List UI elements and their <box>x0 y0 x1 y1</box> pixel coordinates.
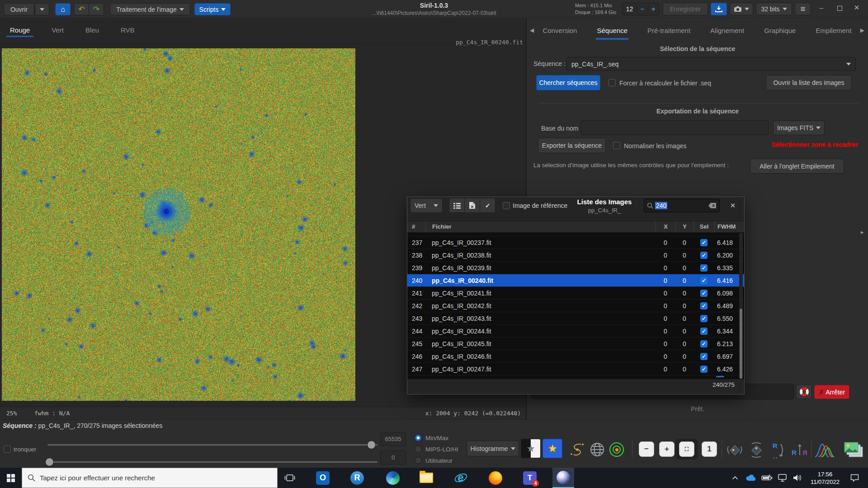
low-slider-track[interactable] <box>47 461 377 463</box>
color-stretch-toggle[interactable]: ★ <box>542 439 562 458</box>
display-mode-option[interactable]: MIPS-LO/HI <box>415 446 458 453</box>
tray-battery[interactable] <box>760 468 775 488</box>
row-selected-cell[interactable]: ✓ <box>693 315 714 322</box>
dialog-close-button[interactable]: ✕ <box>726 200 739 211</box>
row-selected-cell[interactable]: ✓ <box>693 353 714 360</box>
select-image-button[interactable]: ✓ <box>480 198 495 213</box>
reference-image-checkbox[interactable] <box>503 202 510 209</box>
table-row[interactable]: 247pp_C4s_IR_00247.fit00✓6.426 <box>407 363 744 375</box>
row-selected-checkbox[interactable]: ✓ <box>700 277 708 284</box>
scripts-button[interactable]: Scripts <box>194 3 231 15</box>
tray-volume[interactable] <box>790 468 805 488</box>
row-selected-checkbox[interactable]: ✓ <box>700 328 708 335</box>
row-selected-checkbox[interactable]: ✓ <box>700 353 708 360</box>
home-button[interactable]: ⌂ <box>55 3 71 15</box>
channel-tab-rvb[interactable]: RVB <box>121 26 135 34</box>
row-selected-cell[interactable]: ✓ <box>693 277 714 284</box>
exclude-image-button[interactable] <box>464 198 480 213</box>
table-scrollbar[interactable] <box>739 233 743 379</box>
histogram-transform-button[interactable] <box>814 441 835 459</box>
column-header-y[interactable]: Y <box>675 221 693 233</box>
table-row[interactable]: 244pp_C4s_IR_00244.fit00✓6.344 <box>407 325 744 338</box>
mirror-horizontal-button[interactable] <box>725 441 744 459</box>
mirror-vertical-button[interactable] <box>747 441 766 459</box>
zoom-out-button[interactable]: − <box>639 441 654 457</box>
panel-tab-conversion[interactable]: Conversion <box>542 21 578 40</box>
taskbar-app-siril-active[interactable] <box>552 468 574 488</box>
tray-chevron-button[interactable] <box>729 468 741 488</box>
row-selected-checkbox[interactable]: ✓ <box>700 290 708 297</box>
display-mode-option[interactable]: Min/Max <box>415 434 458 441</box>
row-selected-cell[interactable]: ✓ <box>693 290 714 297</box>
threads-spinner[interactable]: 12 − + <box>622 3 659 15</box>
radio-icon[interactable] <box>415 457 422 464</box>
close-window-button[interactable]: ✕ <box>850 4 863 14</box>
start-button[interactable] <box>0 468 22 488</box>
channel-tab-rouge[interactable]: Rouge <box>10 26 30 34</box>
export-sequence-button[interactable]: Exporter la séquence <box>538 138 606 153</box>
sort-list-button[interactable] <box>449 198 465 213</box>
photometry-button[interactable] <box>609 441 625 458</box>
task-view-button[interactable] <box>279 468 300 488</box>
table-row[interactable]: 242pp_C4s_IR_00242.fit00✓6.489 <box>407 300 744 312</box>
help-button[interactable] <box>796 385 812 399</box>
image-search-input[interactable]: 240 <box>644 199 720 212</box>
undo-button[interactable]: ↶ <box>74 3 89 15</box>
backspace-clear-icon[interactable] <box>708 202 717 209</box>
panel-tab-pr-traitement[interactable]: Pré-traitement <box>646 21 691 40</box>
open-image-list-button[interactable]: Ouvrir la liste des images <box>766 75 852 90</box>
snapshot-button[interactable] <box>730 3 753 15</box>
table-row[interactable]: 245pp_C4s_IR_00245.fit00✓6.213 <box>407 338 744 350</box>
row-selected-checkbox[interactable]: ✓ <box>700 366 708 373</box>
stop-button[interactable]: ✗Arrêter <box>814 385 849 399</box>
taskbar-app-explorer[interactable] <box>415 468 437 488</box>
goto-stacking-tab-button[interactable]: Aller à l'onglet Empilement <box>750 159 844 174</box>
open-dropdown-button[interactable] <box>35 3 49 15</box>
column-header-sel[interactable]: Sel <box>693 221 714 233</box>
taskbar-app-firefox[interactable] <box>485 468 506 488</box>
row-selected-cell[interactable]: ✓ <box>693 366 714 373</box>
search-sequences-button[interactable]: Chercher séquences <box>536 75 600 90</box>
taskbar-app-teams[interactable]: T 4 <box>519 468 541 488</box>
threads-minus-button[interactable]: − <box>637 5 647 13</box>
row-selected-cell[interactable]: ✓ <box>693 302 714 310</box>
table-row[interactable]: 240pp_C4s_IR_00240.fit00✓6.416 <box>407 274 744 287</box>
row-selected-checkbox[interactable]: ✓ <box>700 264 708 272</box>
bit-depth-button[interactable]: 32 bits <box>756 3 792 15</box>
scrollbar-thumb[interactable] <box>740 309 742 379</box>
image-list-button[interactable] <box>838 441 865 459</box>
base-name-input[interactable] <box>580 120 769 135</box>
panel-tab-graphique[interactable]: Graphique <box>763 21 797 40</box>
radio-icon[interactable] <box>415 446 422 453</box>
panel-tab-alignement[interactable]: Alignement <box>709 21 745 40</box>
column-header-fichier[interactable]: Fichier <box>425 221 656 233</box>
high-slider-handle[interactable] <box>367 441 376 449</box>
taskbar-app-edge[interactable] <box>382 468 404 488</box>
high-slider-track[interactable] <box>47 444 377 446</box>
force-recompute-checkbox[interactable] <box>609 79 616 86</box>
row-selected-checkbox[interactable]: ✓ <box>700 315 708 322</box>
panel-expander-icon[interactable]: ▸ <box>861 229 864 235</box>
redo-button[interactable]: ↷ <box>89 3 104 15</box>
low-value-box[interactable]: 0 <box>380 450 406 465</box>
column-header-fwhm[interactable]: FWHM <box>714 221 744 233</box>
row-selected-cell[interactable]: ✓ <box>693 252 714 259</box>
minimize-button[interactable]: – <box>815 4 828 14</box>
table-row[interactable]: 238pp_C4s_IR_00238.fit00✓6.200 <box>407 249 744 262</box>
row-selected-checkbox[interactable]: ✓ <box>700 252 708 259</box>
astro-image-canvas[interactable] <box>2 48 355 401</box>
image-processing-button[interactable]: Traitement de l'image <box>110 3 190 15</box>
panel-tab-empilement[interactable]: Empilement <box>815 21 852 40</box>
table-row[interactable]: 241pp_C4s_IR_00241.fit00✓6.098 <box>407 287 744 300</box>
taskbar-app-outlook[interactable]: O <box>312 468 334 488</box>
flip-top-bottom-button[interactable]: RR <box>769 441 788 459</box>
high-value-box[interactable]: 65535 <box>380 432 406 446</box>
radio-icon[interactable] <box>415 434 422 441</box>
tabs-scroll-left-icon[interactable]: ◀ <box>530 27 534 33</box>
notification-center-button[interactable] <box>844 468 864 488</box>
display-mode-option[interactable]: Utilisateur <box>415 457 458 464</box>
row-selected-cell[interactable]: ✓ <box>693 239 714 246</box>
table-row[interactable]: 237pp_C4s_IR_00237.fit00✓6.418 <box>407 236 744 249</box>
web-platesolve-button[interactable] <box>589 441 606 458</box>
export-format-button[interactable]: Images FITS <box>773 121 825 135</box>
